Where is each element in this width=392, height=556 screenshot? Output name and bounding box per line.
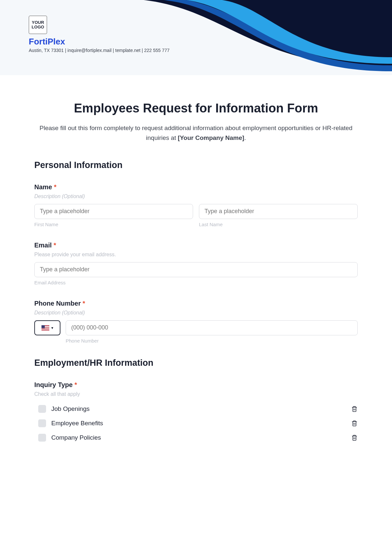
header-swoosh xyxy=(144,0,392,75)
first-name-sublabel: First Name xyxy=(34,222,193,227)
list-item: Employee Benefits xyxy=(34,416,358,430)
inquiry-desc: Check all that apply xyxy=(34,391,358,397)
field-inquiry-type: Inquiry Type * Check all that apply Job … xyxy=(34,381,358,445)
company-name: FortiPlex xyxy=(29,37,65,47)
trash-icon[interactable] xyxy=(351,420,358,427)
check-label: Employee Benefits xyxy=(51,420,351,427)
email-desc: Please provide your email address. xyxy=(34,252,358,258)
section-personal-title: Personal Information xyxy=(34,160,358,170)
section-hr-title: Employment/HR Information xyxy=(34,358,358,368)
last-name-sublabel: Last Name xyxy=(199,222,358,227)
email-input[interactable] xyxy=(34,262,358,277)
checkbox-job-openings[interactable] xyxy=(38,405,46,413)
phone-sublabel: Phone Number xyxy=(66,338,358,344)
page-intro: Please fill out this form completely to … xyxy=(34,123,358,143)
phone-input[interactable] xyxy=(66,320,358,335)
inquiry-checklist: Job Openings Employee Benefits Company P… xyxy=(34,402,358,445)
required-marker: * xyxy=(54,183,57,191)
first-name-input[interactable] xyxy=(34,204,193,219)
phone-label: Phone Number * xyxy=(34,300,358,307)
page-title: Employees Request for Information Form xyxy=(34,101,358,115)
name-desc: Description (Optional) xyxy=(34,194,358,199)
required-marker: * xyxy=(54,242,56,249)
required-marker: * xyxy=(83,300,85,307)
form-content: Employees Request for Information Form P… xyxy=(0,75,392,472)
email-sublabel: Email Address xyxy=(34,280,358,285)
company-meta: Austin, TX 73301 | inquire@fortiplex.mai… xyxy=(29,48,170,53)
field-phone: Phone Number * Description (Optional) ▾ … xyxy=(34,300,358,344)
checkbox-employee-benefits[interactable] xyxy=(38,419,46,427)
name-label: Name * xyxy=(34,183,358,191)
intro-text-post: . xyxy=(244,134,246,141)
email-label: Email * xyxy=(34,242,358,249)
required-marker: * xyxy=(74,381,77,388)
logo-text: YOUR LOGO xyxy=(29,20,47,30)
list-item: Job Openings xyxy=(34,402,358,416)
chevron-down-icon: ▾ xyxy=(51,326,53,330)
last-name-input[interactable] xyxy=(199,204,358,219)
trash-icon[interactable] xyxy=(351,434,358,441)
checkbox-company-policies[interactable] xyxy=(38,434,46,442)
phone-desc: Description (Optional) xyxy=(34,310,358,316)
trash-icon[interactable] xyxy=(351,406,358,412)
logo-placeholder: YOUR LOGO xyxy=(29,16,47,34)
check-label: Job Openings xyxy=(51,405,351,413)
check-label: Company Policies xyxy=(51,434,351,441)
letterhead: YOUR LOGO FortiPlex Austin, TX 73301 | i… xyxy=(0,0,392,75)
country-code-select[interactable]: ▾ xyxy=(34,320,60,335)
inquiry-label: Inquiry Type * xyxy=(34,381,358,389)
list-item: Company Policies xyxy=(34,430,358,445)
intro-company-placeholder: [Your Company Name] xyxy=(178,134,244,141)
field-email: Email * Please provide your email addres… xyxy=(34,242,358,285)
us-flag-icon xyxy=(41,325,49,330)
field-name: Name * Description (Optional) First Name… xyxy=(34,183,358,227)
